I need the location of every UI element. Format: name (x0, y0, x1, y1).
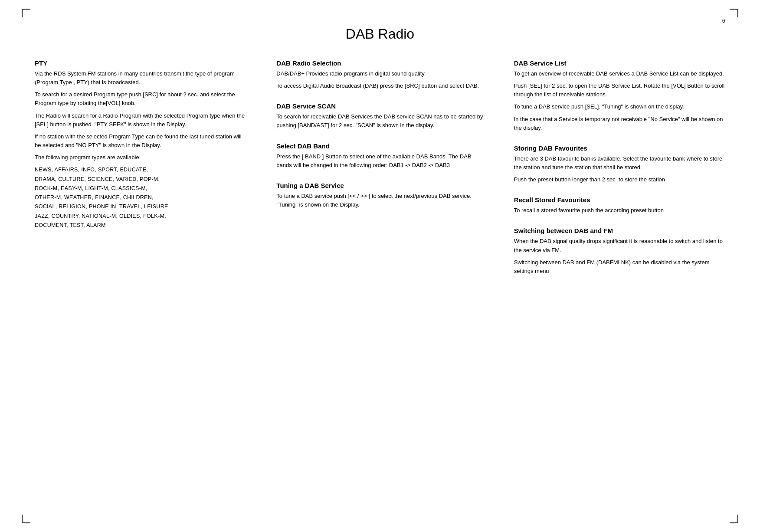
dab-radio-selection-para-1: DAB/DAB+ Provides radio programs in digi… (276, 69, 483, 78)
section-dab-radio-selection: DAB Radio Selection DAB/DAB+ Provides ra… (276, 59, 483, 90)
switching-dab-fm-body: When the DAB signal quality drops signif… (514, 237, 725, 276)
tuning-dab-service-body: To tune a DAB service push [<< / >> ] to… (276, 192, 483, 209)
section-recall-stored-favourites: Recall Stored Favourites To recall a sto… (514, 196, 725, 215)
pty-body: Via the RDS System FM stations in many c… (35, 69, 246, 230)
switching-dab-fm-para-2: Switching between DAB and FM (DABFMLNK) … (514, 258, 725, 276)
section-dab-service-scan: DAB Service SCAN To search for receivabl… (276, 102, 483, 130)
dab-service-list-para-1: To get an overview of receivable DAB ser… (514, 69, 725, 78)
page-container: 6 DAB Radio PTY Via the RDS System FM st… (0, 0, 760, 532)
dab-service-list-para-2: Push [SEL] for 2 sec. to open the DAB Se… (514, 82, 725, 99)
storing-dab-favourites-para-2: Push the preset button longer than 2 sec… (514, 175, 725, 184)
tuning-dab-service-para-1: To tune a DAB service push [<< / >> ] to… (276, 192, 483, 209)
section-storing-dab-favourites: Storing DAB Favourites There are 3 DAB f… (514, 144, 725, 184)
section-pty: PTY Via the RDS System FM stations in ma… (35, 59, 246, 230)
dab-service-scan-title: DAB Service SCAN (276, 102, 483, 110)
right-column: DAB Service List To get an overview of r… (510, 59, 725, 288)
section-tuning-dab-service: Tuning a DAB Service To tune a DAB servi… (276, 182, 483, 209)
recall-stored-favourites-body: To recall a stored favourite push the ac… (514, 206, 725, 215)
storing-dab-favourites-title: Storing DAB Favourites (514, 144, 725, 152)
switching-dab-fm-para-1: When the DAB signal quality drops signif… (514, 237, 725, 254)
middle-column: DAB Radio Selection DAB/DAB+ Provides ra… (272, 59, 488, 288)
corner-mark-top-right (730, 9, 738, 17)
page-title: DAB Radio (35, 26, 725, 42)
pty-para-5: The following program types are availabl… (35, 153, 246, 162)
switching-dab-fm-title: Switching between DAB and FM (514, 227, 725, 234)
recall-stored-favourites-title: Recall Stored Favourites (514, 196, 725, 204)
program-types-list: NEWS, AFFAIRS, INFO, SPORT, EDUCATE, DRA… (35, 165, 246, 230)
content-grid: PTY Via the RDS System FM stations in ma… (35, 59, 725, 288)
recall-stored-favourites-para-1: To recall a stored favourite push the ac… (514, 206, 725, 215)
storing-dab-favourites-para-1: There are 3 DAB favourite banks availabl… (514, 154, 725, 172)
storing-dab-favourites-body: There are 3 DAB favourite banks availabl… (514, 154, 725, 184)
section-select-dab-band: Select DAB Band Press the [ BAND ] Butto… (276, 142, 483, 170)
pty-para-1: Via the RDS System FM stations in many c… (35, 69, 246, 87)
left-column: PTY Via the RDS System FM stations in ma… (35, 59, 250, 288)
pty-para-3: The Radio will search for a Radio-Progra… (35, 112, 246, 129)
corner-mark-bottom-left (22, 515, 30, 523)
pty-para-2: To search for a desired Program type pus… (35, 90, 246, 108)
section-dab-service-list: DAB Service List To get an overview of r… (514, 59, 725, 132)
dab-service-list-title: DAB Service List (514, 59, 725, 67)
tuning-dab-service-title: Tuning a DAB Service (276, 182, 483, 189)
dab-service-list-para-4: In the case that a Service is temporary … (514, 115, 725, 132)
dab-radio-selection-title: DAB Radio Selection (276, 59, 483, 67)
dab-radio-selection-para-2: To access Digital Audio Broadcast (DAB) … (276, 82, 483, 90)
section-switching-dab-fm: Switching between DAB and FM When the DA… (514, 227, 725, 276)
dab-service-list-body: To get an overview of receivable DAB ser… (514, 69, 725, 132)
select-dab-band-body: Press the [ BAND ] Button to select one … (276, 152, 483, 170)
dab-service-scan-body: To search for receivable DAB Services th… (276, 112, 483, 130)
corner-mark-top-left (22, 9, 30, 17)
dab-service-list-para-3: To tune a DAB service push [SEL]. "Tunin… (514, 102, 725, 111)
corner-mark-bottom-right (730, 515, 738, 523)
select-dab-band-para-1: Press the [ BAND ] Button to select one … (276, 152, 483, 170)
page-number: 6 (722, 17, 725, 24)
pty-para-4: If no station with the selected Program … (35, 132, 246, 150)
dab-radio-selection-body: DAB/DAB+ Provides radio programs in digi… (276, 69, 483, 90)
dab-service-scan-para-1: To search for receivable DAB Services th… (276, 112, 483, 130)
pty-title: PTY (35, 59, 246, 67)
select-dab-band-title: Select DAB Band (276, 142, 483, 150)
